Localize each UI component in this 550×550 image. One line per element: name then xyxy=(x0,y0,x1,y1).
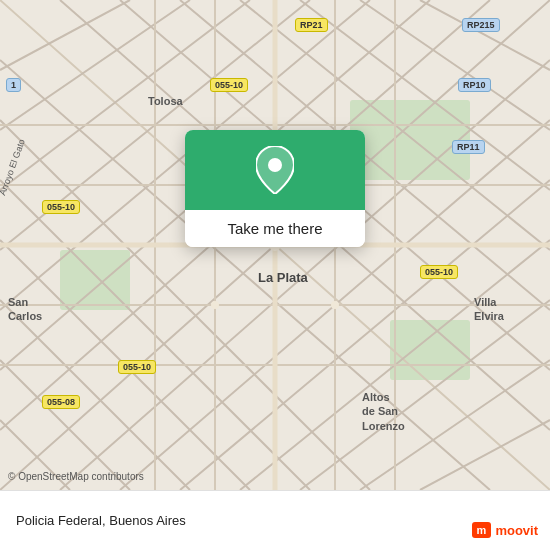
map-container: RP21 RP215 1 055-10 RP10 RP11 055-10 055… xyxy=(0,0,550,490)
road-label-055-10-4: 055-10 xyxy=(118,360,156,374)
place-san-carlos: SanCarlos xyxy=(8,295,42,324)
road-label-rp21: RP21 xyxy=(295,18,328,32)
bottom-bar: Policia Federal, Buenos Aires m moovit xyxy=(0,490,550,550)
moovit-m-icon: m xyxy=(472,522,492,538)
svg-rect-1 xyxy=(60,250,130,310)
road-label-055-10-2: 055-10 xyxy=(42,200,80,214)
popup-card: Take me there xyxy=(185,130,365,247)
place-altos-san-lorenzo: Altosde SanLorenzo xyxy=(362,390,405,433)
place-la-plata: La Plata xyxy=(258,270,308,285)
location-text: Policia Federal, Buenos Aires xyxy=(16,513,186,528)
svg-point-50 xyxy=(331,301,339,309)
popup-card-top xyxy=(185,130,365,210)
svg-point-51 xyxy=(268,158,282,172)
take-me-there-button[interactable]: Take me there xyxy=(185,210,365,247)
moovit-logo: m moovit xyxy=(472,522,538,538)
svg-point-49 xyxy=(211,301,219,309)
place-tolosa: Tolosa xyxy=(148,95,183,107)
road-label-rp10: RP10 xyxy=(458,78,491,92)
road-label-rp215: RP215 xyxy=(462,18,500,32)
place-villa-elvira: VillaElvira xyxy=(474,295,504,324)
road-label-rp1: 1 xyxy=(6,78,21,92)
moovit-logo-text: moovit xyxy=(495,523,538,538)
road-label-055-10-1: 055-10 xyxy=(210,78,248,92)
road-label-055-10-3: 055-10 xyxy=(420,265,458,279)
take-me-there-label: Take me there xyxy=(227,220,322,237)
location-pin-icon xyxy=(256,146,294,194)
osm-attribution: © OpenStreetMap contributors xyxy=(8,466,144,484)
road-label-055-08: 055-08 xyxy=(42,395,80,409)
road-label-rp11: RP11 xyxy=(452,140,485,154)
